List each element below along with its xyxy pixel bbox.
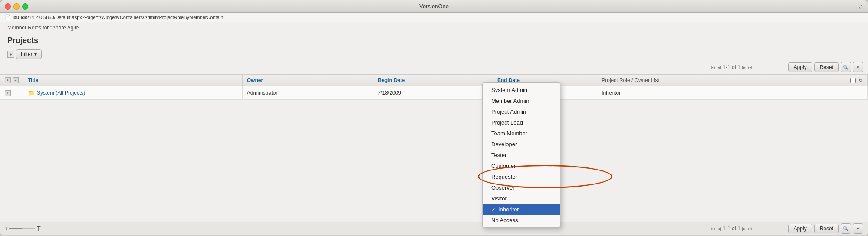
traffic-lights [5, 3, 28, 10]
dropdown-item-system-admin[interactable]: System Admin [483, 85, 560, 95]
dropdown-item-project-lead[interactable]: Project Lead [483, 117, 560, 128]
row-begin-date-cell: 7/18/2009 [373, 86, 493, 100]
last-page-top[interactable]: ⏭ [747, 65, 752, 70]
reset-button-top[interactable]: Reset [814, 62, 839, 72]
url-text: builds/14.2.0.5860/Default.aspx?Page=//W… [13, 15, 223, 20]
dropdown-item-inheritor[interactable]: ✓ Inheritor [483, 204, 560, 215]
data-table: + − Title Owner Begin Date End Date Proj… [0, 74, 868, 100]
bottom-pagination-row: T T ⏮ ◀ 1-1 of 1 ▶ ⏭ Apply Reset 🔍 ▾ [0, 222, 868, 236]
window-title: VersionOne [419, 3, 449, 10]
app-window: VersionOne ⤢ 📄 builds/14.2.0.5860/Defaul… [0, 0, 868, 236]
top-pagination-row: ⏮ ◀ 1-1 of 1 ▶ ⏭ Apply Reset 🔍 ▾ [0, 61, 868, 74]
last-page-bottom[interactable]: ⏭ [747, 226, 752, 231]
bottom-right-controls: Apply Reset 🔍 ▾ [759, 223, 868, 234]
first-page-top[interactable]: ⏮ [711, 65, 716, 70]
next-page-bottom[interactable]: ▶ [742, 226, 746, 232]
dropdown-icon-top[interactable]: ▾ [853, 62, 863, 72]
dropdown-icon-bottom[interactable]: ▾ [853, 223, 863, 234]
page-icon: 📄 [5, 14, 11, 20]
table-row: + 📁 System (All Projects) Administrator … [0, 86, 868, 100]
row-title-cell: 📁 System (All Projects) [23, 86, 243, 100]
row-title: System (All Projects) [37, 90, 85, 96]
title-content: 📁 System (All Projects) [28, 89, 238, 96]
maximize-button[interactable] [22, 3, 28, 10]
header-expand[interactable]: + [5, 77, 11, 83]
row-expand-cell: + [0, 86, 23, 100]
dropdown-item-no-access[interactable]: No Access [483, 215, 560, 226]
font-small-icon: T [5, 226, 7, 231]
reset-button-bottom[interactable]: Reset [814, 224, 839, 233]
apply-button-bottom[interactable]: Apply [788, 224, 812, 233]
col-begin-date[interactable]: Begin Date [373, 75, 493, 86]
prev-page-bottom[interactable]: ◀ [717, 226, 721, 232]
bottom-pagination: ⏮ ◀ 1-1 of 1 ▶ ⏭ [711, 226, 759, 232]
col-title[interactable]: Title [23, 75, 243, 86]
col-owner[interactable]: Owner [242, 75, 373, 86]
dropdown-item-developer[interactable]: Developer [483, 139, 560, 150]
page-info-bottom: 1-1 of 1 [723, 226, 740, 232]
col-expand: + − [0, 75, 23, 86]
close-button[interactable] [5, 3, 11, 10]
top-right-controls: Apply Reset 🔍 ▾ [759, 62, 868, 72]
search-icon-top[interactable]: 🔍 [841, 62, 851, 72]
col-project-role[interactable]: Project Role / Owner List ↻ [597, 75, 867, 86]
data-table-wrapper: + − Title Owner Begin Date End Date Proj… [0, 74, 868, 100]
filter-bar: + Filter ▾ [0, 48, 868, 61]
font-large-icon: T [37, 225, 41, 232]
owner-list-checkbox[interactable] [850, 78, 856, 83]
row-expand-btn[interactable]: + [5, 90, 11, 96]
first-page-bottom[interactable]: ⏮ [711, 226, 716, 231]
page-header: Member Roles for "Andre Agile" [0, 22, 868, 33]
font-size-slider[interactable] [9, 228, 35, 229]
url-bar: 📄 builds/14.2.0.5860/Default.aspx?Page=/… [0, 13, 868, 22]
role-dropdown: System Admin Member Admin Project Admin … [482, 82, 560, 228]
search-icon-bottom[interactable]: 🔍 [841, 223, 851, 234]
folder-icon: 📁 [28, 89, 35, 96]
dropdown-item-requestor[interactable]: Requestor [483, 171, 560, 182]
dropdown-item-tester[interactable]: Tester [483, 150, 560, 161]
next-page-top[interactable]: ▶ [742, 65, 746, 70]
prev-page-top[interactable]: ◀ [717, 65, 721, 70]
minimize-button[interactable] [13, 3, 20, 10]
title-bar: VersionOne ⤢ [0, 0, 868, 13]
resize-icon: ⤢ [858, 3, 863, 10]
expand-filter-button[interactable]: + [7, 51, 14, 58]
dropdown-item-customer[interactable]: Customer [483, 161, 560, 171]
main-content: Projects + Filter ▾ ⏮ ◀ 1-1 of 1 ▶ ⏭ App… [0, 33, 868, 236]
dropdown-item-member-admin[interactable]: Member Admin [483, 95, 560, 106]
filter-button[interactable]: Filter ▾ [16, 49, 42, 59]
dropdown-item-observer[interactable]: Observer [483, 182, 560, 193]
apply-button-top[interactable]: Apply [788, 62, 812, 72]
dropdown-item-visitor[interactable]: Visitor [483, 193, 560, 204]
row-role-cell: Inheritor [597, 86, 868, 100]
row-owner-cell: Administrator [242, 86, 373, 100]
page-info-top: 1-1 of 1 [723, 64, 740, 70]
dropdown-item-project-admin[interactable]: Project Admin [483, 106, 560, 117]
refresh-icon[interactable]: ↻ [858, 77, 863, 83]
top-pagination: ⏮ ◀ 1-1 of 1 ▶ ⏭ [711, 64, 759, 70]
dropdown-item-team-member[interactable]: Team Member [483, 128, 560, 139]
section-title: Projects [0, 33, 868, 48]
table-header: + − Title Owner Begin Date End Date Proj… [0, 75, 868, 86]
header-collapse[interactable]: − [13, 77, 19, 83]
check-icon: ✓ [491, 206, 496, 213]
